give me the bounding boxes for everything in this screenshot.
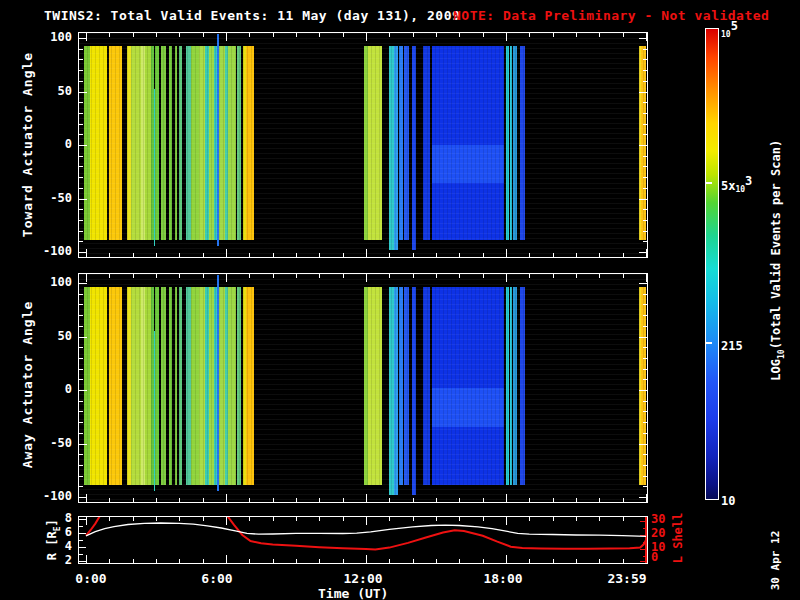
y-axis-tick <box>79 59 83 60</box>
r-line <box>86 523 646 536</box>
colorbar-tick <box>705 182 712 184</box>
colorbar-tick-label: 215 <box>721 337 743 353</box>
y-axis-tick <box>79 497 87 498</box>
toward-spectrogram <box>79 33 647 257</box>
y-axis-tick <box>639 92 647 93</box>
y-axis-tick <box>643 326 647 327</box>
x-axis-tick <box>623 33 624 37</box>
x-axis-tick <box>133 253 134 257</box>
x-axis-tick <box>459 253 460 257</box>
time-tick-label: 0:00 <box>61 572 121 585</box>
x-axis-tick <box>203 274 204 278</box>
y-axis-tick <box>639 252 647 253</box>
x-axis-tick <box>553 33 554 37</box>
x-axis-tick <box>599 253 600 257</box>
y-axis-tick <box>79 145 87 146</box>
axis-tick-label: -50 <box>38 192 72 204</box>
x-axis-tick <box>436 33 437 37</box>
x-axis-tick <box>156 274 157 278</box>
y-axis-tick <box>79 326 83 327</box>
axis-tick-label: 100 <box>38 31 72 43</box>
x-axis-tick <box>343 253 344 257</box>
colorbar-tick-text: 10 <box>721 494 735 508</box>
y-axis-tick <box>639 283 647 284</box>
x-axis-tick <box>179 33 180 37</box>
y-axis-tick <box>643 59 647 60</box>
y-axis-tick <box>643 465 647 466</box>
colorbar-tick <box>705 342 712 344</box>
x-axis-tick <box>436 498 437 502</box>
y-axis-tick <box>643 401 647 402</box>
toward-spectrogram-panel <box>78 32 648 258</box>
x-axis-tick <box>483 253 484 257</box>
y-axis-tick <box>79 444 87 445</box>
y-axis-tick <box>643 102 647 103</box>
x-axis-tick <box>623 274 624 278</box>
y-axis-tick <box>79 337 87 338</box>
time-tick-label: 6:00 <box>187 572 247 585</box>
y-axis-tick <box>643 454 647 455</box>
page-title: TWINS2: Total Valid Events: 11 May (day … <box>44 8 460 23</box>
y-axis-tick <box>643 177 647 178</box>
y-axis-tick <box>79 38 87 39</box>
y-axis-tick <box>79 433 83 434</box>
x-axis-tick <box>203 253 204 257</box>
x-axis-tick <box>553 498 554 502</box>
y-axis-tick <box>643 304 647 305</box>
y-axis-tick <box>79 304 83 305</box>
axis-tick-label: 50 <box>38 330 72 342</box>
y-axis-tick <box>79 454 83 455</box>
axis-tick-label: 2 <box>38 554 72 566</box>
y-axis-tick <box>639 145 647 146</box>
y-axis-tick <box>79 156 83 157</box>
x-axis-tick <box>576 498 577 502</box>
y-axis-tick <box>643 156 647 157</box>
axis-tick-label: 8 <box>38 512 72 524</box>
x-axis-tick <box>529 498 530 502</box>
y-axis-tick <box>79 390 87 391</box>
time-axis-label: Time (UT) <box>318 587 388 600</box>
x-axis-tick <box>226 274 227 282</box>
y-axis-tick <box>79 315 83 316</box>
x-axis-tick <box>459 33 460 37</box>
x-axis-tick <box>646 274 647 282</box>
y-axis-tick <box>643 315 647 316</box>
x-axis-tick <box>366 274 367 282</box>
x-axis-tick <box>389 253 390 257</box>
y-axis-tick <box>643 134 647 135</box>
x-axis-tick <box>483 33 484 37</box>
y-axis-tick <box>643 49 647 50</box>
y-axis-tick <box>643 209 647 210</box>
y-axis-tick <box>79 177 83 178</box>
x-axis-tick <box>133 274 134 278</box>
colorbar-axis-label: LOG10(Total Valid Events per Scan) <box>770 151 785 381</box>
x-axis-tick <box>599 274 600 278</box>
x-axis-tick <box>273 498 274 502</box>
y-axis-tick <box>643 241 647 242</box>
colorbar-tick-text: 10 <box>735 185 745 194</box>
x-axis-tick <box>646 494 647 502</box>
y-axis-tick <box>643 433 647 434</box>
x-axis-tick <box>249 33 250 37</box>
y-axis-tick <box>643 411 647 412</box>
x-axis-tick <box>576 253 577 257</box>
y-axis-tick <box>79 347 83 348</box>
x-axis-tick <box>343 33 344 37</box>
toward-axis-label: Toward Actuator Angle <box>21 35 34 255</box>
y-axis-tick <box>79 199 87 200</box>
x-axis-tick <box>389 498 390 502</box>
away-axis-label: Away Actuator Angle <box>21 275 34 495</box>
x-axis-tick <box>413 498 414 502</box>
x-axis-tick <box>506 494 507 502</box>
y-axis-tick <box>79 379 83 380</box>
x-axis-tick <box>109 498 110 502</box>
x-axis-tick <box>436 253 437 257</box>
x-axis-tick <box>436 274 437 278</box>
y-axis-tick <box>643 358 647 359</box>
y-axis-tick <box>643 220 647 221</box>
y-axis-tick <box>79 241 83 242</box>
y-axis-tick <box>643 70 647 71</box>
x-axis-tick <box>226 249 227 257</box>
y-axis-tick <box>639 390 647 391</box>
x-axis-tick <box>86 33 87 41</box>
